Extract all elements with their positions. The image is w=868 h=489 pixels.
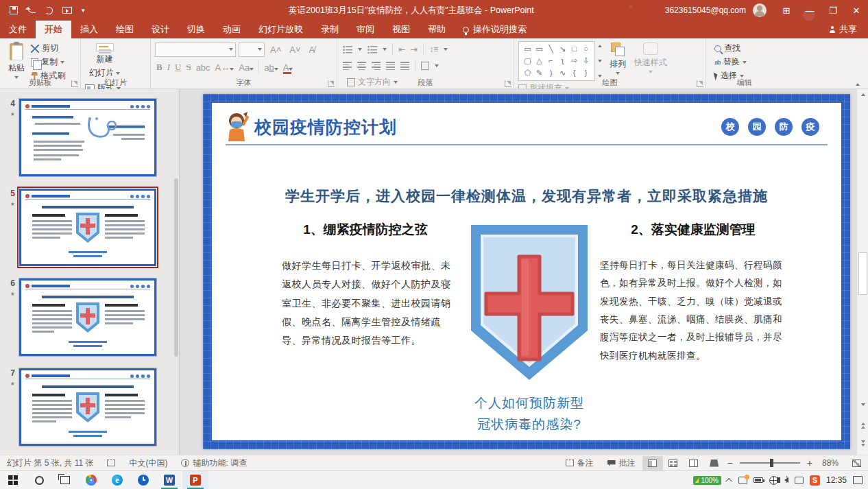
thumbnail-slide-4[interactable]: 4★ (4, 99, 179, 176)
account-email[interactable]: 3623615045@qq.com (665, 5, 746, 15)
shapes-scroll-up-icon[interactable] (598, 45, 602, 47)
start-button[interactable] (0, 471, 26, 489)
clipboard-dialog-launcher[interactable] (71, 80, 78, 87)
zoom-in-button[interactable]: + (804, 457, 815, 468)
align-center-icon[interactable] (357, 62, 366, 70)
tab-record[interactable]: 录制 (312, 21, 348, 38)
underline-button[interactable]: U (175, 62, 181, 73)
fit-to-window-button[interactable] (845, 460, 868, 467)
clear-formatting-icon[interactable]: A̸ (306, 45, 318, 55)
zoom-slider[interactable] (740, 462, 800, 464)
slide-title[interactable]: 校园疫情防控计划 (254, 116, 397, 139)
tab-file[interactable]: 文件 (0, 21, 36, 38)
taskbar-powerpoint[interactable]: P (182, 471, 208, 489)
arrange-button[interactable]: 排列 (607, 41, 629, 80)
thumbnail-scrollbar[interactable] (174, 178, 178, 357)
scroll-down-icon[interactable] (857, 399, 868, 410)
normal-view-button[interactable] (642, 456, 663, 470)
tab-transitions[interactable]: 切换 (178, 21, 214, 38)
reading-view-button[interactable] (684, 456, 704, 470)
collapse-ribbon-icon[interactable] (856, 83, 860, 86)
taskbar-edge[interactable]: e (104, 471, 130, 489)
strikethrough-button[interactable]: S (186, 62, 191, 73)
align-left-icon[interactable] (343, 62, 352, 70)
task-view-button[interactable] (52, 471, 78, 489)
taskbar-chrome[interactable] (78, 471, 104, 489)
find-button[interactable]: 查找 (714, 43, 747, 54)
slide-7-preview[interactable] (19, 368, 156, 446)
clock[interactable]: 12:35 (826, 475, 847, 485)
notes-indicator[interactable] (100, 460, 122, 466)
taskbar-word[interactable]: W (156, 471, 182, 489)
increase-indent-icon[interactable]: ⇥ (411, 45, 418, 54)
accessibility-indicator[interactable]: 辅助功能: 调查 (174, 457, 254, 469)
ribbon-display-options-icon[interactable]: ⊞ (775, 0, 798, 21)
slide-6-preview[interactable] (19, 278, 156, 356)
quick-styles-button[interactable]: 快速样式 (631, 41, 670, 80)
increase-font-icon[interactable]: A˄ (267, 45, 284, 55)
align-right-icon[interactable] (372, 62, 381, 70)
restore-button[interactable]: ❐ (821, 0, 845, 21)
left-text-block[interactable]: 1、绷紧疫情防控之弦 做好学生每日打卡、开学返校审批、未返校人员专人对接、做好个… (272, 221, 459, 436)
zoom-level[interactable]: 88% (815, 458, 845, 468)
shapes-gallery[interactable]: ▭▭╲↘□○ ▢△⌐ʅ⇨⇩ ⬠✎)∿{} (518, 41, 595, 81)
tab-help[interactable]: 帮助 (419, 21, 455, 38)
minimize-button[interactable]: — (798, 0, 821, 21)
battery-percent-badge[interactable]: 100% (693, 476, 721, 485)
thumbnail-slide-6[interactable]: 6★ (4, 278, 179, 356)
slide-counter[interactable]: 幻灯片 第 5 张, 共 11 张 (0, 457, 100, 469)
speaker-icon[interactable] (784, 477, 788, 483)
decrease-font-icon[interactable]: A˅ (287, 45, 303, 55)
customize-qat-icon[interactable]: ▾ (82, 7, 85, 14)
touch-keyboard-icon[interactable] (795, 477, 804, 484)
taskbar-clock-app[interactable] (130, 471, 156, 489)
decrease-indent-icon[interactable]: ⇤ (398, 45, 405, 54)
share-button[interactable]: 共享 (818, 21, 868, 38)
battery-icon[interactable] (754, 477, 763, 483)
scrollbar-thumb[interactable] (858, 252, 867, 295)
tab-slideshow[interactable]: 幻灯片放映 (250, 21, 312, 38)
line-spacing-icon[interactable]: ↕≡ (429, 45, 438, 54)
tab-draw[interactable]: 绘图 (107, 21, 143, 38)
distribute-icon[interactable] (400, 62, 409, 70)
replace-button[interactable]: ab替换 (714, 56, 747, 68)
tab-insert[interactable]: 插入 (71, 21, 107, 38)
new-slide-button[interactable]: 新建 幻灯片 (85, 41, 124, 81)
sogou-input-icon[interactable]: S (810, 475, 820, 486)
columns-icon[interactable] (421, 62, 429, 70)
italic-button[interactable]: I (167, 62, 170, 73)
tab-review[interactable]: 审阅 (348, 21, 383, 38)
next-slide-button[interactable] (857, 438, 868, 449)
notification-dot-icon[interactable] (738, 477, 747, 484)
tab-view[interactable]: 视图 (383, 21, 419, 38)
close-button[interactable]: ✕ (845, 0, 868, 21)
paragraph-dialog-launcher[interactable] (505, 80, 511, 87)
scroll-up-icon[interactable] (857, 89, 868, 100)
language-indicator[interactable]: 中文(中国) (122, 457, 174, 469)
char-spacing-button[interactable]: A↔ (215, 62, 234, 73)
tab-animations[interactable]: 动画 (214, 21, 250, 38)
zoom-out-button[interactable]: − (725, 457, 736, 468)
tell-me-search[interactable]: 操作说明搜索 (455, 21, 535, 38)
shapes-scroll-down-icon[interactable] (598, 60, 602, 62)
font-name-combobox[interactable] (155, 43, 236, 57)
tab-design[interactable]: 设计 (143, 21, 178, 38)
tab-home[interactable]: 开始 (36, 21, 71, 38)
thumbnail-slide-7[interactable]: 7★ (4, 368, 179, 446)
show-hidden-icons[interactable] (725, 477, 732, 484)
slide-headline[interactable]: 学生开学后，进入校园一律检测体温，发现有异常者，立即采取紧急措施 (212, 187, 841, 206)
paste-button[interactable]: 粘贴 (4, 41, 29, 81)
shadow-button[interactable]: abc (196, 62, 210, 73)
drawing-dialog-launcher[interactable] (697, 80, 703, 87)
slide-5-preview[interactable] (19, 189, 156, 266)
right-text-block[interactable]: 2、落实健康监测管理 坚持每日打卡，每日关注健康码、行程码颜色，如有异常及时上报… (600, 221, 786, 436)
start-slideshow-icon[interactable] (62, 7, 72, 14)
save-icon[interactable] (10, 6, 18, 14)
previous-slide-button[interactable] (857, 420, 868, 431)
copy-button[interactable]: 复制 (31, 56, 65, 68)
numbering-icon[interactable] (367, 45, 377, 53)
change-case-button[interactable]: Aa (239, 62, 254, 73)
cut-button[interactable]: 剪切 (31, 43, 65, 54)
zoom-slider-thumb[interactable] (770, 459, 773, 467)
font-color-button[interactable]: A (283, 62, 293, 73)
